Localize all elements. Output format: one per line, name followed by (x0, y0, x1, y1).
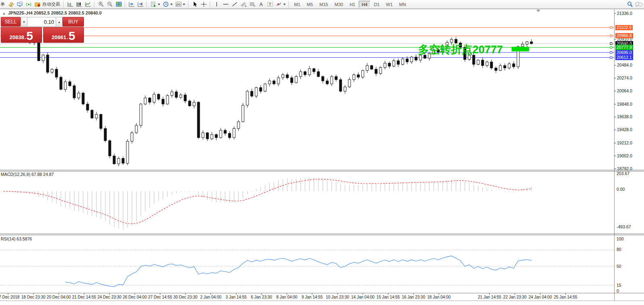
volume-input[interactable] (27, 17, 56, 27)
autotrade-label[interactable]: 自动交易 (42, 1, 60, 7)
candle-bear (86, 104, 89, 110)
horizontal-line-tool-icon[interactable] (221, 1, 230, 8)
highlight-box[interactable] (512, 47, 529, 52)
price-level-handle[interactable] (610, 56, 612, 58)
chart-canvas[interactable]: 多空转折点20777 (0, 0, 644, 305)
arrows-dropdown-caret[interactable] (283, 4, 286, 5)
macd-indicator-label: MACD(12,26,9) 67.88 24.87 (1, 172, 54, 177)
clock-icon[interactable] (161, 1, 170, 8)
signal-icon[interactable] (24, 1, 33, 8)
price-level-handle[interactable] (610, 27, 612, 29)
candle-bull (131, 133, 133, 141)
arrows-tool-icon[interactable] (274, 1, 283, 8)
buy-price-display[interactable]: 20861.5 (43, 27, 84, 43)
candle-bull (144, 98, 146, 104)
autotrade-icon[interactable] (33, 1, 42, 8)
candle-bear (175, 92, 178, 98)
candle-bear (157, 94, 160, 99)
chart-annotation-text[interactable]: 多空转折点20777 (418, 44, 503, 56)
timeframe-button-m5[interactable]: M5 (304, 1, 316, 8)
candle-bear (69, 82, 71, 86)
macd-scale-min: -493.67 (617, 224, 631, 229)
line-chart-icon[interactable] (84, 1, 92, 8)
equidistant-channel-tool-icon[interactable]: E (239, 1, 248, 8)
volume-decrease-button[interactable]: ▼ (21, 17, 27, 27)
buy-button[interactable]: BUY (63, 17, 84, 27)
price-level-handle[interactable] (610, 52, 612, 54)
candle-bull (295, 77, 297, 83)
candle-bear (46, 55, 49, 72)
candle-bear (188, 101, 191, 106)
price-axis-label: 20484.0 (617, 63, 632, 67)
timeframe-button-w1[interactable]: W1 (383, 1, 396, 8)
candle-bear (259, 88, 262, 91)
price-axis-label: 19848.0 (617, 102, 632, 107)
bar-chart-icon[interactable] (66, 1, 75, 8)
candle-bear (60, 77, 62, 89)
buy-price-big-digit: 5 (69, 30, 75, 42)
fibonacci-tool-icon[interactable]: F (248, 1, 257, 8)
timeframe-button-m30[interactable]: M30 (332, 1, 346, 8)
chart-shift-marker[interactable] (536, 10, 540, 12)
volume-increase-button[interactable]: ▲ (56, 17, 63, 27)
candle-bear (495, 68, 497, 71)
timeframe-button-mn[interactable]: MN (396, 1, 409, 8)
price-level-badge[interactable]: 20695.0 (615, 50, 633, 55)
timeframe-button-h1[interactable]: H1 (347, 1, 358, 8)
candlestick-chart-icon[interactable] (75, 1, 84, 8)
price-level-handle[interactable] (610, 43, 612, 45)
toolbar-separator (188, 1, 189, 8)
auto-scroll-icon[interactable] (136, 1, 145, 8)
cursor-icon[interactable] (190, 1, 199, 8)
timeframe-button-m1[interactable]: M1 (291, 1, 303, 8)
price-level-handle[interactable] (610, 35, 612, 37)
candle-bull (468, 55, 470, 60)
zoom-in-icon[interactable] (96, 1, 105, 8)
candle-bull (366, 66, 368, 71)
indicators-icon[interactable] (174, 1, 183, 8)
time-axis-label: 18 Jan 04:00 (421, 295, 457, 299)
new-order-partial-button[interactable]: 单 (0, 1, 5, 7)
timeframe-button-m15[interactable]: M15 (317, 1, 331, 8)
price-axis-label: 18792.0 (617, 166, 632, 171)
indicators-dropdown-caret[interactable] (183, 4, 185, 5)
candle-bear (370, 66, 373, 69)
price-axis-label: 19638.0 (617, 114, 632, 119)
new-order-dropdown-caret[interactable] (158, 4, 160, 5)
terminal-icon[interactable] (15, 1, 24, 8)
price-level-badge[interactable]: 21102.9 (615, 25, 633, 30)
text-label-tool-icon[interactable]: T (266, 1, 274, 8)
zoom-out-icon[interactable] (105, 1, 114, 8)
text-tool-icon[interactable]: A (257, 1, 266, 8)
candle-bear (73, 86, 75, 98)
timeframe-button-d1[interactable]: D1 (371, 1, 383, 8)
timeframe-toolbar: M1M5M15M30H1H4D1W1MN (291, 1, 409, 8)
price-level-handle[interactable] (610, 46, 612, 48)
rsi-line (65, 256, 531, 287)
price-level-badge[interactable]: 20777.9 (615, 45, 633, 50)
search-icon[interactable] (625, 1, 634, 8)
candle-bull (282, 75, 284, 78)
price-level-badge[interactable]: 20612.1 (615, 55, 633, 60)
crosshair-icon[interactable] (199, 1, 208, 8)
sell-button[interactable]: SELL (1, 17, 21, 27)
price-level-badge[interactable]: 20966.8 (615, 33, 633, 38)
clock-dropdown-caret[interactable] (170, 4, 173, 5)
candle-bear (415, 57, 417, 60)
panel-collapse-icon[interactable]: ▲ (2, 12, 6, 15)
vertical-line-tool-icon[interactable] (212, 1, 221, 8)
new-order-icon[interactable] (149, 1, 158, 8)
toolbar-separator (210, 1, 211, 8)
tile-windows-icon[interactable] (114, 1, 123, 8)
candle-bull (521, 44, 524, 47)
chart-shift-icon[interactable] (127, 1, 136, 8)
gold-bars-icon[interactable] (6, 1, 15, 8)
chat-icon[interactable] (634, 1, 643, 8)
candle-bull (255, 88, 257, 96)
trendline-tool-icon[interactable] (230, 1, 239, 8)
candle-bull (171, 92, 173, 96)
timeframe-button-h4[interactable]: H4 (359, 1, 370, 8)
candle-bear (326, 81, 328, 84)
sell-price-display[interactable]: 20838.5 (1, 27, 42, 43)
candle-bull (77, 93, 80, 98)
